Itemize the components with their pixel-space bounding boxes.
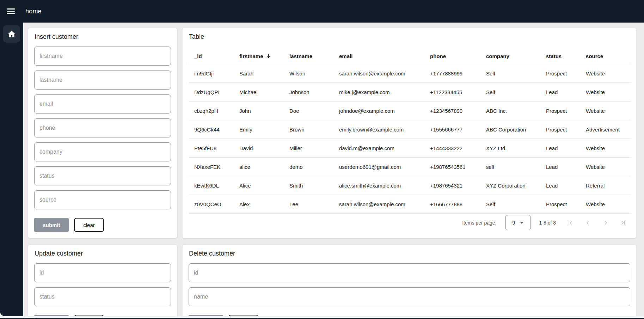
lastname-cell: demo [284, 158, 333, 176]
update-card-title: Update customer [35, 250, 177, 257]
_id-cell: cbzqh2pH [189, 102, 234, 120]
lastname-cell: Doe [284, 102, 333, 120]
table-card-title: Table [189, 33, 636, 41]
insert-form-fields [34, 47, 171, 209]
delete-form-fields [189, 263, 630, 306]
lastname-cell: Brown [284, 120, 333, 139]
page-size-value: 9 [512, 220, 515, 226]
status-cell: Lead [540, 83, 580, 102]
phone-cell: +1777888999 [424, 64, 480, 83]
delete-id-input[interactable] [189, 263, 630, 282]
column-header-company[interactable]: company [480, 48, 540, 64]
table-row: kEwtK6DLAliceSmithalice.smith@example.co… [189, 176, 631, 195]
last-page-button[interactable] [620, 219, 626, 227]
chevron-right-icon [602, 219, 609, 227]
status-cell: Lead [540, 176, 580, 195]
company-cell: self [480, 158, 540, 176]
page-title: home [25, 8, 42, 15]
column-header-phone[interactable]: phone [424, 48, 480, 64]
page-size-select[interactable]: 9 [505, 215, 530, 230]
insert-clear-button[interactable]: clear [74, 218, 104, 232]
table-card: Table _idfirstnamelastnameemailphonecomp… [182, 28, 637, 238]
insert-lastname-input[interactable] [34, 70, 171, 90]
table-row: NXaxeFEKalicedemouserdemo601@gmail.com+1… [189, 158, 631, 176]
status-cell: Lead [540, 139, 580, 158]
_id-cell: 9Q6cGk44 [189, 120, 234, 139]
insert-firstname-input[interactable] [34, 47, 171, 66]
firstname-cell: Alice [234, 176, 284, 195]
insert-submit-button[interactable]: submit [34, 218, 69, 232]
company-cell: Self [480, 64, 540, 83]
previous-page-button[interactable] [585, 219, 591, 227]
sidebar [0, 23, 23, 316]
column-header-firstname[interactable]: firstname [234, 48, 284, 64]
page-range-label: 1-8 of 8 [539, 220, 556, 226]
phone-cell: +1555666777 [424, 120, 480, 139]
insert-email-input[interactable] [34, 94, 171, 114]
chevron-down-icon [520, 222, 523, 224]
menu-button[interactable] [7, 8, 16, 15]
phone-cell: +1666777888 [424, 195, 480, 214]
next-page-button[interactable] [602, 219, 609, 227]
update-id-input[interactable] [34, 263, 171, 282]
paginator: Items per page: 9 1-8 of 8 [183, 211, 636, 238]
column-header-lastname[interactable]: lastname [284, 48, 333, 64]
email-cell: mike.j@example.com [333, 83, 424, 102]
app-window: home Insert customer submit clear Table … [0, 0, 644, 319]
sort-desc-arrow-icon [265, 53, 271, 59]
phone-cell: +1987654321 [424, 176, 480, 195]
_id-cell: im9dGtji [189, 64, 234, 83]
email-cell: emily.brown@example.com [333, 120, 424, 139]
update-form-fields [34, 263, 171, 306]
items-per-page-label: Items per page: [462, 220, 496, 226]
chevron-left-icon [585, 219, 591, 227]
column-header-email[interactable]: email [333, 48, 424, 64]
update-customer-card: Update customer submit clear [28, 245, 177, 316]
firstname-cell: Emily [234, 120, 284, 139]
source-cell: Advertisement [580, 120, 631, 139]
table-row: z0V0QCeOAlexLeesarah.wilson@example.com+… [189, 195, 631, 214]
phone-cell: +1444333222 [424, 139, 480, 158]
firstname-cell: David [234, 139, 284, 158]
hamburger-icon [7, 8, 15, 10]
column-header-source[interactable]: source [580, 48, 631, 64]
sidebar-item-home[interactable] [3, 25, 20, 43]
source-cell: Website [580, 139, 631, 158]
lastname-cell: Miller [284, 139, 333, 158]
email-cell: sarah.wilson@example.com [333, 195, 424, 214]
_id-cell: NXaxeFEK [189, 158, 234, 176]
lastname-cell: Smith [284, 176, 333, 195]
insert-card-title: Insert customer [35, 33, 177, 41]
source-cell: Website [580, 158, 631, 176]
table-row: cbzqh2pHJohnDoejohndoe@example.com+12345… [189, 102, 631, 120]
main-content: Insert customer submit clear Table _idfi… [23, 23, 644, 316]
company-cell: XYZ Ltd. [480, 139, 540, 158]
table-row: 9Q6cGk44EmilyBrownemily.brown@example.co… [189, 120, 631, 139]
first-page-icon [567, 219, 574, 227]
email-cell: userdemo601@gmail.com [333, 158, 424, 176]
status-cell: Lead [540, 158, 580, 176]
insert-company-input[interactable] [34, 142, 171, 161]
source-cell: Website [580, 102, 631, 120]
email-cell: david.m@example.com [333, 139, 424, 158]
window-bottom-edge [0, 316, 644, 319]
_id-cell: DdzUgQPI [189, 83, 234, 102]
first-page-button[interactable] [567, 219, 574, 227]
phone-cell: +1122334455 [424, 83, 480, 102]
phone-cell: +1234567890 [424, 102, 480, 120]
insert-source-input[interactable] [34, 190, 171, 209]
column-header-_id[interactable]: _id [189, 48, 234, 64]
customers-table: _idfirstnamelastnameemailphonecompanysta… [189, 48, 631, 214]
email-cell: sarah.wilson@example.com [333, 64, 424, 83]
update-status-input[interactable] [34, 287, 171, 306]
status-cell: Prospect [540, 102, 580, 120]
insert-status-input[interactable] [34, 166, 171, 185]
insert-phone-input[interactable] [34, 118, 171, 137]
insert-customer-card: Insert customer submit clear [28, 28, 177, 238]
home-icon [7, 30, 16, 39]
source-cell: Website [580, 64, 631, 83]
column-header-status[interactable]: status [540, 48, 580, 64]
source-cell: Website [580, 83, 631, 102]
delete-name-input[interactable] [189, 287, 630, 306]
company-cell: ABC Inc. [480, 102, 540, 120]
